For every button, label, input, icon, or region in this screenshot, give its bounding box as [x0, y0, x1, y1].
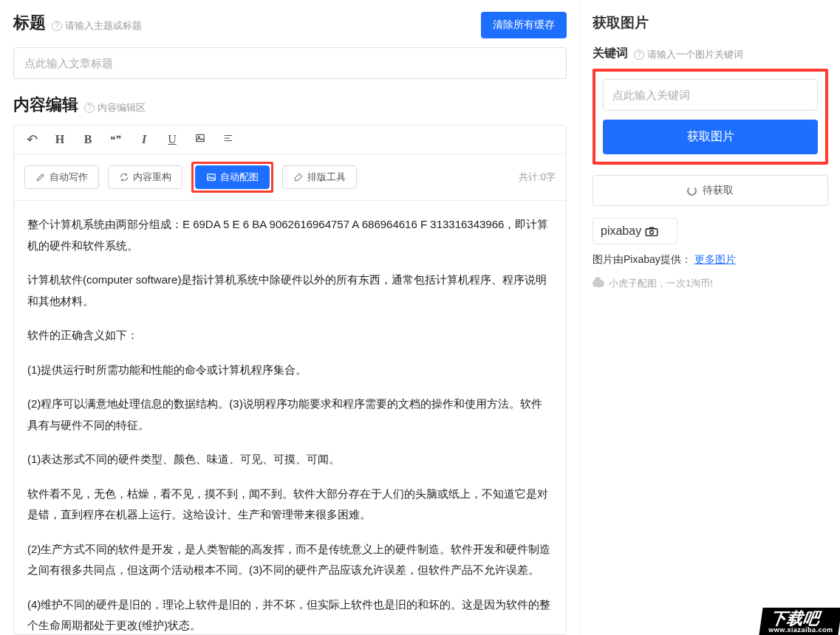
keyword-input[interactable] — [603, 79, 818, 111]
watermark-sub: www.xiazaiba.com — [768, 627, 833, 634]
pending-label: 待获取 — [703, 184, 734, 197]
svg-rect-6 — [646, 229, 658, 236]
help-icon: ? — [84, 103, 95, 113]
auto-write-button[interactable]: 自动写作 — [24, 165, 99, 189]
pending-button[interactable]: 待获取 — [593, 175, 828, 206]
title-input[interactable] — [13, 47, 567, 79]
content-paragraph: 整个计算机系统由两部分组成：E 69DA 5 E 6 BA 9062616964… — [27, 214, 553, 256]
auto-image-label: 自动配图 — [220, 171, 259, 184]
layout-tools-label: 排版工具 — [307, 171, 346, 184]
keyword-heading-row: 关键词 ? 请输入一个图片关键词 — [593, 46, 828, 61]
svg-point-7 — [650, 230, 654, 234]
tools-icon — [293, 172, 304, 182]
right-heading: 获取图片 — [593, 13, 828, 32]
title-heading-row: 标题 ? 请输入主题或标题 清除所有缓存 — [13, 12, 567, 38]
watermark: 下载吧 www.xiazaiba.com — [759, 608, 840, 635]
title-hint: ? 请输入主题或标题 — [52, 19, 142, 32]
fetch-image-button[interactable]: 获取图片 — [603, 120, 818, 154]
pixabay-badge: pixabay — [593, 218, 677, 244]
keyword-hint-text: 请输入一个图片关键词 — [647, 48, 743, 61]
word-count: 共计:0字 — [519, 171, 556, 184]
content-paragraph: (2)生产方式不同的软件是开发，是人类智能的高发挥，而不是传统意义上的硬件制造。… — [27, 539, 553, 581]
pixabay-text: pixabay — [601, 224, 641, 238]
underline-button[interactable]: U — [165, 133, 180, 146]
cloud-icon — [593, 280, 604, 287]
content-paragraph: 计算机软件(computer software)是指计算机系统中除硬件以外的所有… — [27, 270, 553, 312]
help-icon: ? — [52, 21, 62, 31]
right-panel: 获取图片 关键词 ? 请输入一个图片关键词 获取图片 待获取 pixabay 图… — [580, 0, 840, 635]
camera-icon — [644, 226, 659, 236]
pencil-icon — [35, 172, 46, 182]
content-paragraph: (1)表达形式不同的硬件类型、颜色、味道、可见、可摸、可闻。 — [27, 449, 553, 470]
layout-tools-button[interactable]: 排版工具 — [282, 165, 357, 189]
keyword-hint: ? 请输入一个图片关键词 — [634, 48, 743, 61]
content-paragraph: (2)程序可以满意地处理信息的数据结构。(3)说明程序功能要求和程序需要的文档的… — [27, 394, 553, 436]
editor-content[interactable]: 整个计算机系统由两部分组成：E 69DA 5 E 6 BA 9062616964… — [14, 201, 566, 634]
format-toolbar: ↶ H B ❝❞ I U — [14, 126, 566, 154]
image-icon[interactable] — [193, 133, 208, 146]
content-heading-row: 内容编辑 ? 内容编辑区 — [13, 94, 567, 116]
watermark-main: 下载吧 — [769, 609, 821, 628]
editor-panel: ↶ H B ❝❞ I U 自动写作 内容重构 — [13, 125, 567, 635]
auto-image-highlight: 自动配图 — [191, 162, 273, 193]
svg-rect-0 — [197, 134, 205, 141]
header-format-button[interactable]: H — [52, 133, 67, 146]
content-paragraph: (1)提供运行时所需功能和性能的命令或计算机程序集合。 — [27, 360, 553, 381]
main-panel: 标题 ? 请输入主题或标题 清除所有缓存 内容编辑 ? 内容编辑区 ↶ H B … — [0, 0, 580, 635]
content-paragraph: 软件的正确含义如下： — [27, 325, 553, 346]
content-restructure-button[interactable]: 内容重构 — [108, 165, 182, 189]
credit-prefix: 图片由Pixabay提供： — [593, 253, 692, 265]
content-restructure-label: 内容重构 — [133, 171, 171, 184]
bold-button[interactable]: B — [81, 133, 95, 146]
keyword-highlight-box: 获取图片 — [593, 69, 828, 165]
content-hint-text: 内容编辑区 — [98, 101, 146, 114]
spinner-icon — [687, 186, 697, 196]
content-paragraph: (4)维护不同的硬件是旧的，理论上软件是旧的，并不坏，但实际上软件也是旧的和坏的… — [27, 594, 553, 635]
image-credit: 图片由Pixabay提供： 更多图片 — [593, 253, 828, 267]
undo-icon[interactable]: ↶ — [24, 131, 39, 148]
footer-note: 小虎子配图，一次1淘币! — [593, 277, 828, 290]
content-hint: ? 内容编辑区 — [84, 101, 146, 114]
content-paragraph: 软件看不见，无色，枯燥，看不见，摸不到，闻不到。软件大部分存在于人们的头脑或纸上… — [27, 484, 553, 526]
content-heading: 内容编辑 — [13, 94, 78, 116]
auto-image-button[interactable]: 自动配图 — [195, 165, 270, 189]
title-heading: 标题 — [13, 12, 46, 34]
more-images-link[interactable]: 更多图片 — [694, 253, 736, 265]
refresh-icon — [119, 172, 129, 182]
image-plus-icon — [206, 172, 216, 182]
auto-write-label: 自动写作 — [49, 171, 88, 184]
keyword-heading: 关键词 — [593, 46, 628, 61]
clear-cache-button[interactable]: 清除所有缓存 — [481, 12, 567, 38]
quote-button[interactable]: ❝❞ — [109, 134, 123, 146]
footer-note-text: 小虎子配图，一次1淘币! — [609, 277, 713, 290]
help-icon: ? — [634, 49, 644, 60]
italic-button[interactable]: I — [137, 133, 151, 146]
action-toolbar: 自动写作 内容重构 自动配图 排版工具 共计:0字 — [14, 154, 566, 201]
align-icon[interactable] — [221, 133, 236, 146]
title-hint-text: 请输入主题或标题 — [65, 19, 142, 32]
